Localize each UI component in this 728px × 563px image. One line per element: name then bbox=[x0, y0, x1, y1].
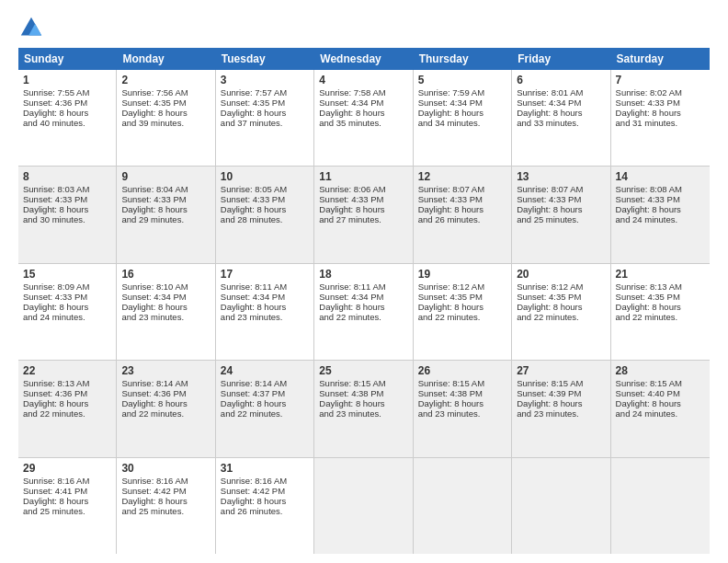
day-info-line: Sunrise: 8:15 AM bbox=[418, 378, 506, 388]
day-info-line: Sunrise: 8:09 AM bbox=[23, 282, 111, 292]
calendar-cell bbox=[611, 458, 710, 554]
day-info-line: Sunset: 4:36 PM bbox=[121, 388, 210, 398]
day-info-line: and 25 minutes. bbox=[23, 506, 111, 516]
calendar-cell: 12Sunrise: 8:07 AMSunset: 4:33 PMDayligh… bbox=[414, 167, 512, 262]
day-info-line: Sunrise: 8:07 AM bbox=[418, 184, 506, 194]
day-info-line: Sunrise: 7:58 AM bbox=[319, 87, 407, 98]
calendar-cell: 20Sunrise: 8:12 AMSunset: 4:35 PMDayligh… bbox=[512, 264, 610, 360]
day-info-line: Daylight: 8 hours bbox=[221, 398, 309, 408]
calendar-cell: 25Sunrise: 8:15 AMSunset: 4:38 PMDayligh… bbox=[314, 361, 413, 456]
day-number: 27 bbox=[517, 364, 605, 377]
day-number: 15 bbox=[23, 268, 111, 281]
header-day-friday: Friday bbox=[512, 48, 610, 70]
calendar-cell: 6Sunrise: 8:01 AMSunset: 4:34 PMDaylight… bbox=[512, 70, 610, 166]
header-day-tuesday: Tuesday bbox=[216, 48, 314, 70]
day-info-line: Sunset: 4:34 PM bbox=[418, 98, 506, 108]
calendar-cell: 5Sunrise: 7:59 AMSunset: 4:34 PMDaylight… bbox=[414, 70, 512, 166]
calendar-cell: 23Sunrise: 8:14 AMSunset: 4:36 PMDayligh… bbox=[117, 361, 215, 456]
header-day-thursday: Thursday bbox=[414, 48, 512, 70]
calendar: SundayMondayTuesdayWednesdayThursdayFrid… bbox=[18, 48, 710, 554]
day-info-line: Daylight: 8 hours bbox=[616, 108, 705, 118]
day-number: 20 bbox=[517, 268, 605, 281]
day-info-line: Daylight: 8 hours bbox=[319, 204, 407, 214]
day-info-line: Sunset: 4:33 PM bbox=[616, 194, 705, 204]
day-info-line: and 22 minutes. bbox=[23, 408, 111, 419]
day-info-line: and 23 minutes. bbox=[319, 408, 407, 419]
day-number: 4 bbox=[319, 74, 407, 86]
day-number: 8 bbox=[23, 170, 111, 183]
day-info-line: Sunset: 4:35 PM bbox=[616, 292, 705, 302]
day-info-line: Sunset: 4:41 PM bbox=[23, 486, 111, 496]
day-info-line: Sunset: 4:35 PM bbox=[517, 292, 605, 302]
page: SundayMondayTuesdayWednesdayThursdayFrid… bbox=[0, 0, 728, 563]
calendar-cell: 15Sunrise: 8:09 AMSunset: 4:33 PMDayligh… bbox=[18, 264, 117, 360]
day-info-line: Sunset: 4:42 PM bbox=[121, 486, 210, 496]
day-info-line: Daylight: 8 hours bbox=[319, 302, 407, 312]
day-info-line: Sunset: 4:33 PM bbox=[121, 194, 210, 204]
calendar-cell: 19Sunrise: 8:12 AMSunset: 4:35 PMDayligh… bbox=[414, 264, 512, 360]
day-info-line: Daylight: 8 hours bbox=[23, 302, 111, 312]
day-info-line: Sunrise: 7:59 AM bbox=[418, 87, 506, 98]
calendar-cell: 22Sunrise: 8:13 AMSunset: 4:36 PMDayligh… bbox=[18, 361, 117, 456]
day-info-line: and 28 minutes. bbox=[221, 214, 309, 224]
day-info-line: Sunset: 4:38 PM bbox=[319, 388, 407, 398]
day-info-line: Sunset: 4:38 PM bbox=[418, 388, 506, 398]
calendar-cell: 8Sunrise: 8:03 AMSunset: 4:33 PMDaylight… bbox=[18, 167, 117, 262]
calendar-cell bbox=[414, 458, 512, 554]
day-info-line: Sunrise: 8:11 AM bbox=[319, 282, 407, 292]
calendar-cell: 2Sunrise: 7:56 AMSunset: 4:35 PMDaylight… bbox=[117, 70, 215, 166]
day-info-line: Sunrise: 8:12 AM bbox=[418, 282, 506, 292]
day-info-line: Daylight: 8 hours bbox=[517, 398, 605, 408]
header-day-sunday: Sunday bbox=[18, 48, 117, 70]
calendar-cell: 3Sunrise: 7:57 AMSunset: 4:35 PMDaylight… bbox=[216, 70, 314, 166]
day-info-line: and 24 minutes. bbox=[23, 312, 111, 322]
day-info-line: and 39 minutes. bbox=[121, 118, 210, 128]
day-info-line: Sunrise: 8:16 AM bbox=[221, 476, 309, 486]
header-day-wednesday: Wednesday bbox=[314, 48, 413, 70]
day-info-line: and 22 minutes. bbox=[319, 312, 407, 322]
calendar-row-3: 15Sunrise: 8:09 AMSunset: 4:33 PMDayligh… bbox=[18, 264, 710, 361]
calendar-cell: 13Sunrise: 8:07 AMSunset: 4:33 PMDayligh… bbox=[512, 167, 610, 262]
day-info-line: Sunset: 4:35 PM bbox=[418, 292, 506, 302]
day-number: 2 bbox=[121, 74, 210, 86]
calendar-cell: 27Sunrise: 8:15 AMSunset: 4:39 PMDayligh… bbox=[512, 361, 610, 456]
calendar-cell: 31Sunrise: 8:16 AMSunset: 4:42 PMDayligh… bbox=[216, 458, 314, 554]
day-info-line: Daylight: 8 hours bbox=[319, 398, 407, 408]
day-info-line: Sunrise: 8:08 AM bbox=[616, 184, 705, 194]
day-info-line: and 22 minutes. bbox=[221, 408, 309, 419]
day-info-line: Sunset: 4:34 PM bbox=[221, 292, 309, 302]
day-info-line: Sunset: 4:33 PM bbox=[616, 98, 705, 108]
day-info-line: Daylight: 8 hours bbox=[517, 302, 605, 312]
day-info-line: Daylight: 8 hours bbox=[221, 108, 309, 118]
day-info-line: Sunrise: 8:07 AM bbox=[517, 184, 605, 194]
day-info-line: Sunrise: 8:05 AM bbox=[221, 184, 309, 194]
day-info-line: Sunset: 4:35 PM bbox=[221, 98, 309, 108]
calendar-cell: 21Sunrise: 8:13 AMSunset: 4:35 PMDayligh… bbox=[611, 264, 710, 360]
header-day-monday: Monday bbox=[117, 48, 215, 70]
day-info-line: and 26 minutes. bbox=[418, 214, 506, 224]
calendar-cell: 9Sunrise: 8:04 AMSunset: 4:33 PMDaylight… bbox=[117, 167, 215, 262]
day-info-line: Sunrise: 8:16 AM bbox=[121, 476, 210, 486]
day-info-line: Sunrise: 8:03 AM bbox=[23, 184, 111, 194]
day-number: 22 bbox=[23, 364, 111, 377]
calendar-cell: 4Sunrise: 7:58 AMSunset: 4:34 PMDaylight… bbox=[314, 70, 413, 166]
day-number: 18 bbox=[319, 268, 407, 281]
day-info-line: and 23 minutes. bbox=[121, 312, 210, 322]
day-info-line: and 22 minutes. bbox=[517, 312, 605, 322]
calendar-cell: 17Sunrise: 8:11 AMSunset: 4:34 PMDayligh… bbox=[216, 264, 314, 360]
day-info-line: and 31 minutes. bbox=[616, 118, 705, 128]
calendar-row-1: 1Sunrise: 7:55 AMSunset: 4:36 PMDaylight… bbox=[18, 70, 710, 167]
day-number: 29 bbox=[23, 462, 111, 475]
calendar-cell bbox=[314, 458, 413, 554]
day-info-line: Daylight: 8 hours bbox=[616, 398, 705, 408]
day-number: 24 bbox=[221, 364, 309, 377]
day-info-line: Sunrise: 8:01 AM bbox=[517, 87, 605, 98]
day-info-line: Sunset: 4:36 PM bbox=[23, 388, 111, 398]
day-number: 5 bbox=[418, 74, 506, 86]
calendar-cell: 7Sunrise: 8:02 AMSunset: 4:33 PMDaylight… bbox=[611, 70, 710, 166]
day-info-line: Sunset: 4:36 PM bbox=[23, 98, 111, 108]
day-info-line: Sunset: 4:40 PM bbox=[616, 388, 705, 398]
day-number: 28 bbox=[616, 364, 705, 377]
day-info-line: Sunset: 4:39 PM bbox=[517, 388, 605, 398]
day-number: 16 bbox=[121, 268, 210, 281]
